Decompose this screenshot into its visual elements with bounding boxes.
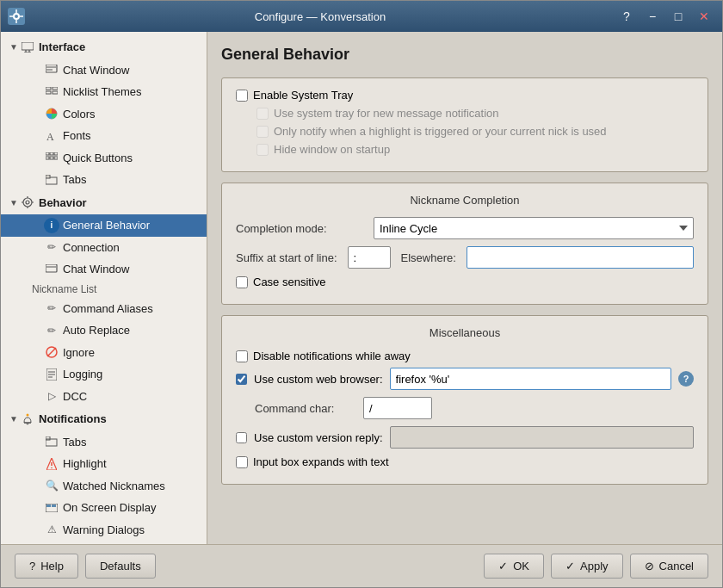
- custom-browser-input[interactable]: [390, 368, 671, 390]
- chat2-icon: [44, 263, 59, 276]
- svg-point-46: [51, 467, 53, 468]
- command-aliases-label: Command Aliases: [63, 300, 153, 318]
- logging-icon: [44, 368, 59, 381]
- monitor-icon: [20, 40, 35, 54]
- highlight-icon: [44, 457, 59, 471]
- notify-checkbox[interactable]: [256, 108, 269, 120]
- suffix-input[interactable]: [348, 246, 391, 269]
- completion-mode-dropdown[interactable]: Inline Cycle Shell-like Popup: [374, 217, 694, 239]
- connection-label: Connection: [63, 239, 120, 257]
- close-button[interactable]: ✕: [693, 5, 715, 28]
- apply-checkmark-icon: ✓: [565, 560, 575, 573]
- sidebar-item-highlight[interactable]: Highlight: [1, 453, 207, 475]
- sidebar-item-quick-buttons[interactable]: Quick Buttons: [1, 147, 207, 170]
- sidebar-item-notifications[interactable]: ▼ Notifications: [1, 407, 207, 431]
- sidebar: ▼ Interface: [1, 32, 207, 544]
- watched-nicknames-label: Watched Nicknames: [63, 478, 165, 495]
- svg-point-26: [23, 198, 32, 207]
- help-button[interactable]: ? Help: [15, 554, 78, 579]
- sidebar-item-colors[interactable]: Colors: [1, 103, 207, 126]
- hide-window-checkbox[interactable]: [256, 144, 269, 156]
- case-sensitive-label: Case sensitive: [253, 275, 326, 288]
- ok-button[interactable]: ✓ OK: [484, 554, 544, 579]
- apply-btn-label: Apply: [580, 560, 609, 573]
- defaults-button[interactable]: Defaults: [85, 554, 156, 579]
- spacer5: [32, 152, 44, 164]
- sidebar-item-interface[interactable]: ▼ Interface: [1, 35, 207, 59]
- completion-mode-label: Completion mode:: [236, 222, 374, 235]
- help-button[interactable]: ?: [615, 5, 638, 28]
- custom-browser-checkbox[interactable]: [236, 374, 247, 385]
- system-tray-group: Enable System Tray Use system tray for n…: [221, 77, 708, 172]
- sidebar-item-chat-window-1[interactable]: Chat Window: [1, 59, 207, 82]
- svg-rect-20: [54, 152, 58, 155]
- tabs-icon: [44, 173, 59, 187]
- sidebar-item-dcc[interactable]: ▷ DCC: [1, 386, 207, 408]
- sidebar-item-behavior[interactable]: ▼ Behavior: [1, 191, 207, 215]
- command-char-input[interactable]: [363, 397, 432, 419]
- svg-text:A: A: [46, 131, 54, 142]
- cancel-button[interactable]: ⊘ Cancel: [630, 554, 708, 579]
- sidebar-item-watched-nicknames[interactable]: 🔍 Watched Nicknames: [1, 475, 207, 498]
- svg-rect-49: [52, 504, 56, 507]
- minimize-button[interactable]: −: [641, 5, 664, 28]
- behavior-section: ▼ Behavior: [1, 191, 207, 408]
- sidebar-item-chat-window-2[interactable]: Chat Window: [1, 258, 207, 281]
- sidebar-item-connection[interactable]: ✏ Connection: [1, 237, 207, 259]
- main-panel: General Behavior Enable System Tray Use …: [207, 32, 722, 544]
- enable-system-tray-label: Enable System Tray: [253, 89, 353, 102]
- input-expands-row: Input box expands with text: [236, 455, 694, 468]
- watched-nicknames-icon: 🔍: [44, 479, 59, 492]
- on-screen-display-label: On Screen Display: [63, 499, 156, 517]
- chat-icon: [44, 63, 59, 77]
- defaults-btn-label: Defaults: [100, 560, 141, 573]
- sidebar-item-fonts[interactable]: A Fonts: [1, 125, 207, 147]
- svg-rect-18: [46, 152, 49, 155]
- custom-browser-label: Use custom web browser:: [254, 373, 383, 386]
- help-btn-icon: ?: [29, 560, 35, 573]
- custom-version-input[interactable]: [390, 426, 694, 449]
- nickname-list-header: Nickname List: [1, 281, 207, 298]
- enable-system-tray-checkbox[interactable]: [236, 90, 248, 102]
- apply-button[interactable]: ✓ Apply: [551, 554, 623, 579]
- connection-icon: ✏: [44, 240, 59, 254]
- highlight-notify-row: Only notify when a highlight is triggere…: [236, 125, 694, 138]
- notifications-label: Notifications: [39, 411, 107, 428]
- app-icon: [8, 8, 25, 25]
- svg-point-40: [27, 413, 29, 416]
- sidebar-item-command-aliases[interactable]: ✏ Command Aliases: [1, 298, 207, 320]
- spacer2: [32, 85, 44, 98]
- colors-label: Colors: [63, 106, 96, 123]
- browser-help-icon[interactable]: ?: [678, 371, 694, 387]
- svg-rect-5: [22, 42, 34, 50]
- maximize-button[interactable]: □: [667, 5, 689, 28]
- window-title: Configure — Konversation: [255, 10, 386, 23]
- spacer19: [32, 523, 44, 536]
- sidebar-item-ignore[interactable]: Ignore: [1, 342, 207, 364]
- case-sensitive-checkbox[interactable]: [236, 276, 248, 288]
- chat-window-1-label: Chat Window: [63, 62, 129, 79]
- notif-tabs-icon: [44, 435, 59, 449]
- custom-version-checkbox[interactable]: [236, 432, 247, 443]
- sidebar-item-warning-dialogs[interactable]: ⚠ Warning Dialogs: [1, 519, 207, 542]
- suffix-row: Suffix at start of line: Elsewhere:: [236, 246, 694, 269]
- sidebar-item-auto-replace[interactable]: ✏ Auto Replace: [1, 319, 207, 342]
- auto-replace-icon: ✏: [44, 324, 59, 337]
- sidebar-item-general-behavior[interactable]: i General Behavior: [1, 214, 207, 237]
- sidebar-item-on-screen-display[interactable]: On Screen Display: [1, 497, 207, 519]
- svg-rect-32: [46, 264, 57, 272]
- sidebar-item-nicklist-themes[interactable]: Nicklist Themes: [1, 81, 207, 103]
- disable-notif-checkbox[interactable]: [236, 350, 248, 362]
- sidebar-item-notif-tabs[interactable]: Tabs: [1, 431, 207, 454]
- input-expands-checkbox[interactable]: [236, 456, 248, 468]
- svg-rect-12: [46, 87, 51, 90]
- page-title: General Behavior: [221, 46, 708, 64]
- warning-dialogs-label: Warning Dialogs: [63, 522, 145, 539]
- sidebar-item-logging[interactable]: Logging: [1, 363, 207, 386]
- highlight-notify-checkbox[interactable]: [256, 126, 269, 138]
- suffix-label: Suffix at start of line:: [236, 251, 337, 264]
- elsewhere-input[interactable]: [467, 246, 694, 269]
- sidebar-item-tabs[interactable]: Tabs: [1, 169, 207, 191]
- disable-notif-row: Disable notifications while away: [236, 350, 694, 362]
- svg-point-0: [14, 14, 19, 19]
